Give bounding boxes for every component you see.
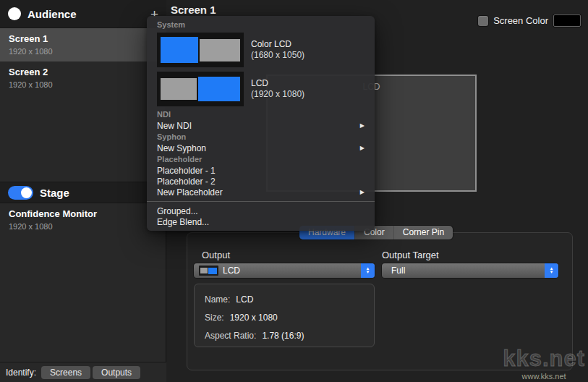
display-arrangement-thumbnail (157, 72, 244, 106)
identify-screens-button[interactable]: Screens (41, 366, 90, 379)
output-target-select[interactable]: Full ▲▼ (382, 263, 558, 278)
menu-item-new-ndi[interactable]: New NDI ▶ (147, 120, 375, 131)
menu-separator (147, 201, 375, 202)
identify-label: Identify: (6, 368, 36, 378)
page-title: Screen 1 (171, 4, 216, 16)
menu-section-placeholder: Placeholder (147, 153, 375, 165)
sidebar-item-confidence-monitor[interactable]: Confidence Monitor 1920 x 1080 (0, 203, 166, 237)
display-item-text: Color LCD (1680 x 1050) (251, 39, 304, 61)
info-label: Aspect Ratio: (205, 331, 256, 341)
sidebar-item-screen-1[interactable]: Screen 1 1920 x 1080 (0, 28, 166, 61)
screen-color-control: Screen Color (478, 14, 581, 27)
screen-resolution: 1920 x 1080 (9, 80, 158, 89)
popup-stepper-icon: ▲▼ (361, 263, 375, 278)
tab-corner-pin[interactable]: Corner Pin (393, 226, 453, 239)
menu-item-new-placeholder[interactable]: New Placeholder ▶ (147, 187, 375, 198)
menu-item-placeholder-1[interactable]: Placeholder - 1 (147, 165, 375, 176)
info-row-aspect-ratio: Aspect Ratio: 1.78 (16:9) (205, 326, 364, 344)
menu-item-label: Edge Blend... (157, 217, 209, 227)
info-value: 1.78 (16:9) (262, 331, 304, 341)
screen-color-label: Screen Color (493, 15, 548, 26)
display-arrangement-mini-icon (199, 266, 218, 276)
output-select-value: LCD (223, 266, 240, 276)
output-select[interactable]: LCD ▲▼ (194, 263, 375, 278)
identify-bar: Identify: Screens Outputs (0, 362, 166, 382)
popup-stepper-icon: ▲▼ (545, 263, 558, 278)
output-target-select-value: Full (391, 266, 405, 276)
display-resolution: (1680 x 1050) (251, 50, 304, 61)
info-value: LCD (236, 294, 253, 305)
screen-color-well[interactable] (553, 14, 581, 27)
menu-item-placeholder-2[interactable]: Placeholder - 2 (147, 176, 375, 187)
display-item-text: LCD (1920 x 1080) (251, 78, 304, 100)
screen-name: Screen 1 (9, 33, 158, 44)
menu-item-label: New NDI (157, 121, 192, 131)
menu-item-label: New Syphon (157, 143, 206, 153)
info-label: Size: (205, 313, 224, 323)
sidebar-item-screen-2[interactable]: Screen 2 1920 x 1080 (0, 61, 166, 95)
menu-item-new-syphon[interactable]: New Syphon ▶ (147, 143, 375, 153)
stage-toggle[interactable] (8, 186, 33, 200)
info-label: Name: (205, 294, 230, 305)
watermark-url: www.kks.net (503, 372, 585, 381)
audience-title: Audience (27, 8, 77, 20)
display-resolution: (1920 x 1080) (251, 89, 304, 100)
menu-section-system: System (147, 19, 375, 30)
screen-color-checkbox[interactable] (478, 16, 488, 26)
info-value: 1920 x 1080 (230, 313, 278, 323)
menu-item-lcd[interactable]: LCD (1920 x 1080) (147, 69, 375, 109)
screen-resolution: 1920 x 1080 (9, 47, 158, 56)
sidebar: Audience + Screen 1 1920 x 1080 Screen 2… (0, 0, 166, 382)
menu-item-color-lcd[interactable]: Color LCD (1680 x 1050) (147, 30, 375, 69)
info-row-size: Size: 1920 x 1080 (205, 308, 364, 326)
submenu-arrow-icon: ▶ (360, 122, 365, 129)
identify-outputs-button[interactable]: Outputs (93, 366, 140, 379)
submenu-arrow-icon: ▶ (360, 145, 365, 151)
display-name: LCD (251, 78, 304, 89)
menu-section-ndi: NDI (147, 109, 375, 120)
stage-header: Stage (0, 182, 166, 203)
display-arrangement-thumbnail (157, 33, 244, 67)
audience-toggle[interactable] (8, 7, 21, 20)
menu-item-grouped[interactable]: Grouped... (147, 205, 375, 216)
menu-item-label: New Placeholder (157, 187, 223, 198)
display-name: Color LCD (251, 39, 304, 50)
display-info-box: Name: LCD Size: 1920 x 1080 Aspect Ratio… (194, 284, 375, 347)
menu-item-label: Grouped... (157, 206, 198, 216)
menu-item-label: Placeholder - 2 (157, 177, 216, 187)
output-field-label: Output (202, 250, 230, 260)
screen-name: Confidence Monitor (9, 208, 158, 219)
screen-source-menu: System Color LCD (1680 x 1050) LCD (1920… (147, 16, 375, 231)
screen-name: Screen 2 (9, 67, 158, 77)
menu-item-label: Placeholder - 1 (157, 166, 216, 176)
submenu-arrow-icon: ▶ (360, 189, 365, 195)
menu-item-edge-blend[interactable]: Edge Blend... (147, 216, 375, 227)
output-target-field-label: Output Target (382, 250, 439, 260)
screen-resolution: 1920 x 1080 (9, 222, 158, 231)
stage-title: Stage (40, 187, 69, 199)
audience-header: Audience + (0, 0, 166, 28)
menu-section-syphon: Syphon (147, 131, 375, 143)
info-row-name: Name: LCD (205, 290, 364, 308)
